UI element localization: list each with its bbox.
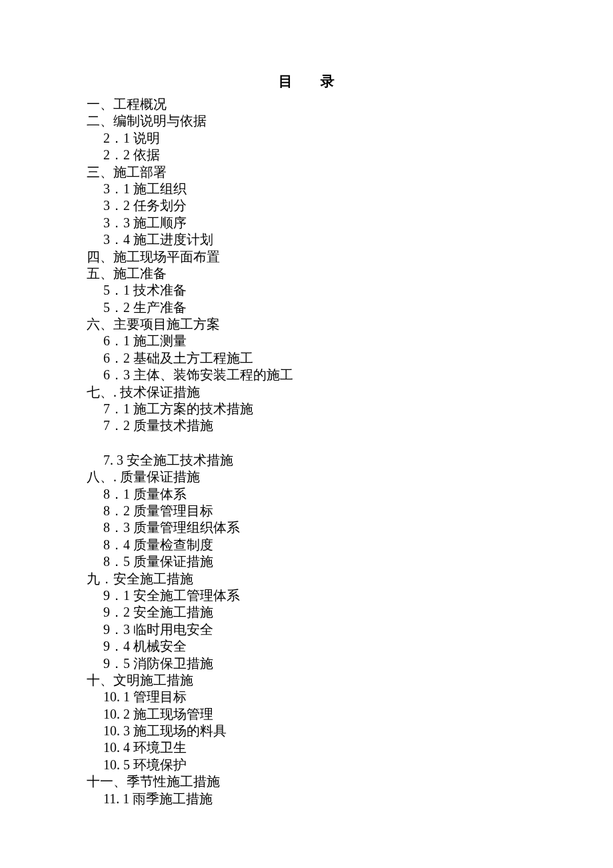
- toc-entry: 8．2 质量管理目标: [103, 503, 613, 519]
- toc-entry: 9．1 安全施工管理体系: [103, 587, 613, 604]
- toc-entry: 8．4 质量检查制度: [103, 537, 613, 553]
- toc-entry: 6．3 主体、装饰安装工程的施工: [103, 367, 613, 383]
- toc-entry: 5．2 生产准备: [103, 299, 613, 316]
- toc-entry: 八、. 质量保证措施: [87, 469, 613, 485]
- toc-entry: 11. 1 雨季施工措施: [103, 791, 613, 807]
- toc-entry: 7．2 质量技术措施: [103, 417, 613, 434]
- title-char-1: 目: [279, 73, 293, 89]
- toc-entry: 十、文明施工措施: [87, 672, 613, 689]
- toc-entry: 6．1 施工测量: [103, 333, 613, 349]
- toc-entry: 10. 3 施工现场的料具: [103, 723, 613, 739]
- toc-entry: 二、编制说明与依据: [87, 113, 613, 129]
- toc-entry: 十一、季节性施工措施: [87, 773, 613, 790]
- toc-entry: 8．5 质量保证措施: [103, 553, 613, 570]
- toc-entry: 四、施工现场平面布置: [87, 249, 613, 265]
- toc-entry: 9．2 安全施工措施: [103, 604, 613, 621]
- toc-entry: 五、施工准备: [87, 265, 613, 282]
- toc-entry: 10. 4 环境卫生: [103, 739, 613, 756]
- toc-entry: 2．1 说明: [103, 130, 613, 147]
- toc-entry: 7．1 施工方案的技术措施: [103, 401, 613, 417]
- table-of-contents: 一、工程概况二、编制说明与依据2．1 说明2．2 依据三、施工部署3．1 施工组…: [87, 96, 613, 807]
- toc-entry: 3．2 任务划分: [103, 197, 613, 214]
- toc-entry: 六、主要项目施工方案: [87, 316, 613, 333]
- toc-entry: 9．4 机械安全: [103, 638, 613, 655]
- toc-entry: 一、工程概况: [87, 96, 613, 113]
- toc-gap: [87, 435, 613, 452]
- toc-entry: 10. 1 管理目标: [103, 689, 613, 705]
- toc-entry: 8．1 质量体系: [103, 486, 613, 503]
- toc-entry: 三、施工部署: [87, 164, 613, 181]
- toc-entry: 七、. 技术保证措施: [87, 384, 613, 401]
- toc-entry: 9．5 消防保卫措施: [103, 655, 613, 672]
- toc-entry: 3．4 施工进度计划: [103, 231, 613, 248]
- toc-entry: 10. 2 施工现场管理: [103, 706, 613, 723]
- title-char-2: 录: [320, 73, 334, 89]
- toc-entry: 9．3 临时用电安全: [103, 621, 613, 638]
- toc-entry: 九．安全施工措施: [87, 571, 613, 587]
- toc-entry: 2．2 依据: [103, 147, 613, 163]
- toc-entry: 6．2 基础及土方工程施工: [103, 350, 613, 367]
- toc-entry: 7. 3 安全施工技术措施: [103, 452, 613, 469]
- toc-entry: 3．1 施工组织: [103, 181, 613, 197]
- toc-entry: 8．3 质量管理组织体系: [103, 519, 613, 536]
- toc-entry: 10. 5 环境保护: [103, 757, 613, 773]
- toc-entry: 5．1 技术准备: [103, 282, 613, 299]
- page-title: 目录: [87, 72, 613, 91]
- toc-entry: 3．3 施工顺序: [103, 215, 613, 231]
